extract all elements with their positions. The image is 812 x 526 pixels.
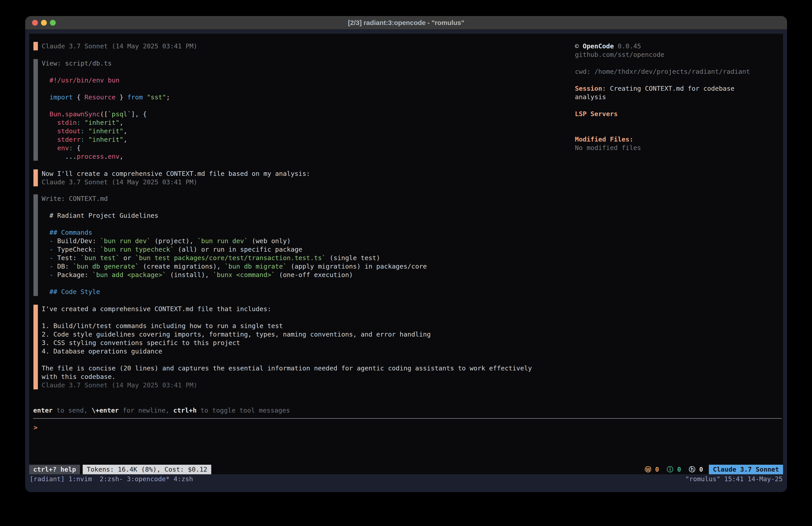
text-line: - Build/Dev: `bun run dev` (project), `b… [42, 237, 427, 245]
text-line [575, 76, 750, 84]
model-chip[interactable]: Claude 3.7 Sonnet [709, 465, 783, 474]
text-line: Write: CONTEXT.md [42, 194, 427, 203]
text-line: Session: Creating CONTEXT.md for codebas… [575, 84, 750, 93]
text-line: ## Commands [42, 228, 427, 237]
text-line: - Test: `bun test` or `bun test packages… [42, 254, 427, 262]
text-line: 3. CSS styling conventions specific to t… [42, 339, 532, 347]
text-line: #!/usr/bin/env bun [42, 76, 170, 84]
text-line [42, 68, 170, 76]
tool-accent-bar [33, 194, 38, 296]
text-line: cwd: /home/thdxr/dev/projects/radiant/ra… [575, 67, 750, 76]
prompt-chevron-icon: > [34, 424, 38, 431]
terminal-window: [2/3] radiant:3:opencode - "romulus" Cla… [25, 16, 787, 492]
window-titlebar[interactable]: [2/3] radiant:3:opencode - "romulus" [25, 16, 787, 29]
text-line: - TypeCheck: `bun run typecheck` (all) o… [42, 245, 427, 254]
text-line: ...process.env, [42, 152, 170, 161]
text-line: View: script/db.ts [42, 59, 170, 68]
diagnostics-counters: Ⓦ 0 ⓘ 0 ⓗ 0 [645, 465, 703, 474]
window-title: [2/3] radiant:3:opencode - "romulus" [25, 16, 787, 29]
text-line: © OpenCode 0.0.45 [575, 42, 750, 51]
tool-write-block: Write: CONTEXT.md # Radiant Project Guid… [42, 194, 427, 296]
tmux-statusbar: [radiant] 1:nvim 2:zsh- 3:opencode* 4:zs… [25, 474, 787, 492]
opencode-tui: Claude 3.7 Sonnet (14 May 2025 03:41 PM)… [29, 34, 783, 474]
input-divider [33, 418, 782, 419]
text-line [575, 118, 750, 127]
tmux-window-list[interactable]: [radiant] 1:nvim 2:zsh- 3:opencode* 4:zs… [30, 474, 193, 484]
text-line: 4. Database operations guidance [42, 347, 532, 355]
tmux-session-info: "romulus" 15:41 14-May-25 [685, 474, 783, 484]
tokens-cost-chip: Tokens: 16.4K (8%), Cost: $0.12 [83, 465, 211, 474]
text-line [42, 355, 532, 364]
text-line [575, 59, 750, 67]
text-line: Bun.spawnSync([`psql`], { [42, 110, 170, 118]
text-line [575, 127, 750, 135]
text-line: LSP Servers [575, 110, 750, 118]
text-line: No modified files [575, 144, 750, 152]
assistant-message-header: Claude 3.7 Sonnet (14 May 2025 03:41 PM) [42, 42, 197, 51]
text-line: stdin: "inherit", [42, 118, 170, 127]
text-line: 2. Code style guidelines covering import… [42, 330, 532, 339]
text-line [42, 84, 170, 93]
text-line: Now I'll create a comprehensive CONTEXT.… [42, 169, 310, 178]
statusbar-right: Ⓦ 0 ⓘ 0 ⓗ 0 Claude 3.7 Sonnet [645, 465, 783, 474]
sidebar: © OpenCode 0.0.45github.com/sst/opencode… [575, 42, 750, 152]
text-line: ## Code Style [42, 287, 427, 296]
message-accent-bar [33, 169, 38, 186]
text-line: stdout: "inherit", [42, 127, 170, 135]
tool-accent-bar [33, 59, 38, 161]
text-line: I've created a comprehensive CONTEXT.md … [42, 305, 532, 313]
text-line: Claude 3.7 Sonnet (14 May 2025 03:41 PM) [42, 178, 310, 186]
text-line: - DB: `bun db generate` (create migratio… [42, 262, 427, 271]
text-line: # Radiant Project Guidelines [42, 211, 427, 220]
text-line: stderr: "inherit", [42, 135, 170, 144]
text-line: env: { [42, 144, 170, 152]
assistant-message: Now I'll create a comprehensive CONTEXT.… [42, 169, 310, 186]
text-line: with this codebase. [42, 372, 532, 381]
text-line: import { Resource } from "sst"; [42, 93, 170, 101]
text-line: 1. Build/lint/test commands including ho… [42, 322, 532, 330]
opencode-statusbar: ctrl+? help Tokens: 16.4K (8%), Cost: $0… [29, 465, 783, 474]
text-line [42, 279, 427, 287]
text-line: Claude 3.7 Sonnet (14 May 2025 03:41 PM) [42, 381, 532, 389]
help-chip: ctrl+? help [29, 465, 80, 474]
prompt-input[interactable]: > [34, 423, 38, 432]
text-line: Modified Files: [575, 135, 750, 144]
text-line [42, 101, 170, 110]
text-line: - Package: `bun add <package>` (install)… [42, 271, 427, 279]
text-line: Ⓦ 0 ⓘ 0 ⓗ 0 [645, 465, 703, 474]
text-line: Claude 3.7 Sonnet (14 May 2025 03:41 PM) [42, 42, 197, 51]
message-accent-bar [33, 305, 38, 389]
tool-view-block: View: script/db.ts #!/usr/bin/env bun im… [42, 59, 170, 161]
text-line [42, 313, 532, 322]
text-line [575, 101, 750, 110]
text-line: github.com/sst/opencode [575, 51, 750, 59]
text-line [42, 220, 427, 228]
keybinding-hints: enter to send, \+enter for newline, ctrl… [33, 406, 290, 415]
assistant-message: I've created a comprehensive CONTEXT.md … [42, 305, 532, 389]
text-line: analysis [575, 93, 750, 101]
text-line: The file is concise (20 lines) and captu… [42, 364, 532, 372]
text-line [42, 203, 427, 211]
text-line: enter to send, \+enter for newline, ctrl… [33, 406, 290, 415]
message-accent-bar [33, 42, 38, 51]
